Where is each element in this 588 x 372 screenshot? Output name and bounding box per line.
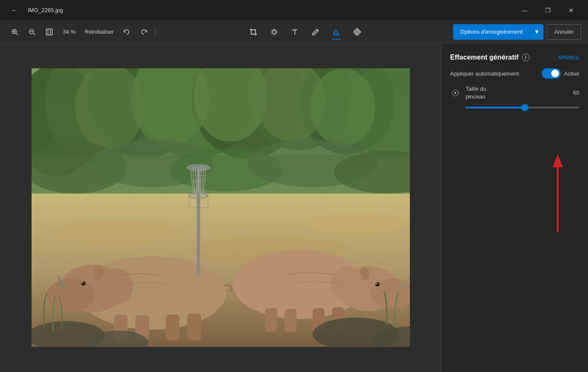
svg-rect-58 — [166, 315, 179, 340]
arrow-annotation-container — [450, 150, 566, 236]
brush-size-slider-container — [466, 107, 579, 108]
restore-button[interactable]: ❐ — [538, 3, 558, 17]
svg-point-10 — [272, 30, 276, 34]
text-tool-button[interactable] — [286, 23, 304, 41]
minimize-button[interactable]: — — [514, 3, 534, 17]
svg-line-15 — [272, 29, 272, 30]
preview-badge: APERÇU — [558, 55, 579, 60]
erase-tool-button[interactable] — [328, 23, 345, 41]
svg-rect-59 — [187, 314, 201, 340]
brush-value: 60 — [566, 89, 579, 96]
window-title: IMG_2265.jpg — [28, 7, 63, 13]
zoom-in-button[interactable] — [7, 24, 22, 40]
brightness-tool-button[interactable] — [265, 23, 283, 41]
cancel-button[interactable]: Annuler — [547, 24, 581, 40]
canvas-area[interactable] — [0, 43, 441, 372]
image-container — [32, 68, 410, 347]
toggle-slider — [542, 68, 561, 79]
info-icon[interactable]: ℹ — [522, 54, 530, 61]
title-bar: ← IMG_2265.jpg — ❐ ✕ — [0, 0, 588, 21]
close-button[interactable]: ✕ — [561, 3, 581, 17]
side-panel: Effacement génératif ℹ APERÇU Appliquer … — [441, 43, 588, 372]
svg-rect-70 — [284, 309, 297, 332]
svg-rect-69 — [265, 308, 277, 332]
svg-point-91 — [455, 92, 456, 93]
brush-label-line1: Taille du — [466, 86, 561, 92]
svg-marker-93 — [553, 154, 563, 167]
svg-line-1 — [16, 33, 18, 35]
toggle-active-label: Activé — [564, 70, 579, 77]
toolbar: 34 % Réinitialiser Options d'enregistrem… — [0, 21, 588, 43]
undo-button[interactable] — [119, 24, 134, 40]
red-arrow-annotation — [545, 150, 566, 236]
svg-line-16 — [276, 34, 277, 34]
toolbar-center-tools — [159, 23, 451, 41]
effect-tool-button[interactable] — [348, 23, 366, 41]
svg-line-21 — [317, 29, 318, 31]
window-controls: — ❐ ✕ — [514, 3, 581, 17]
zoom-value: 34 % — [59, 29, 80, 35]
fit-button[interactable] — [42, 24, 57, 40]
save-options-dropdown-button[interactable]: ▼ — [530, 24, 543, 40]
panel-title: Effacement génératif — [450, 54, 518, 61]
zoom-out-button[interactable] — [24, 24, 40, 40]
svg-point-65 — [375, 282, 380, 286]
svg-point-66 — [376, 283, 377, 284]
svg-point-53 — [82, 282, 83, 283]
panel-header: Effacement génératif ℹ APERÇU — [450, 54, 579, 61]
svg-rect-7 — [46, 29, 52, 35]
toolbar-right: Options d'enregistrement ▼ Annuler — [453, 24, 581, 40]
auto-apply-row: Appliquer automatiquement Activé — [450, 68, 579, 79]
save-options-button[interactable]: Options d'enregistrement — [453, 24, 530, 40]
svg-point-52 — [81, 281, 86, 286]
svg-point-37 — [310, 68, 375, 146]
brush-icon — [450, 88, 460, 98]
svg-line-5 — [33, 33, 35, 35]
back-button[interactable]: ← — [7, 3, 22, 18]
auto-apply-toggle[interactable] — [542, 68, 561, 79]
brush-size-row: Taille du pinceau 60 — [450, 86, 579, 100]
auto-apply-label: Appliquer automatiquement — [450, 70, 538, 77]
save-options-group: Options d'enregistrement ▼ — [453, 24, 543, 40]
svg-point-68 — [331, 266, 364, 301]
redo-button[interactable] — [136, 24, 152, 40]
photo-display — [32, 68, 410, 347]
brush-info: Taille du pinceau — [466, 86, 561, 100]
svg-line-17 — [276, 29, 277, 30]
toolbar-divider — [155, 27, 156, 37]
main-area: Effacement génératif ℹ APERÇU Appliquer … — [0, 43, 588, 372]
svg-point-47 — [304, 213, 408, 235]
reset-button[interactable]: Réinitialiser — [81, 24, 117, 40]
svg-point-45 — [53, 219, 183, 245]
crop-tool-button[interactable] — [245, 23, 262, 41]
svg-line-18 — [272, 34, 272, 34]
brush-label-line2: pinceau — [466, 93, 561, 100]
svg-point-23 — [356, 31, 358, 33]
draw-tool-button[interactable] — [307, 23, 324, 41]
